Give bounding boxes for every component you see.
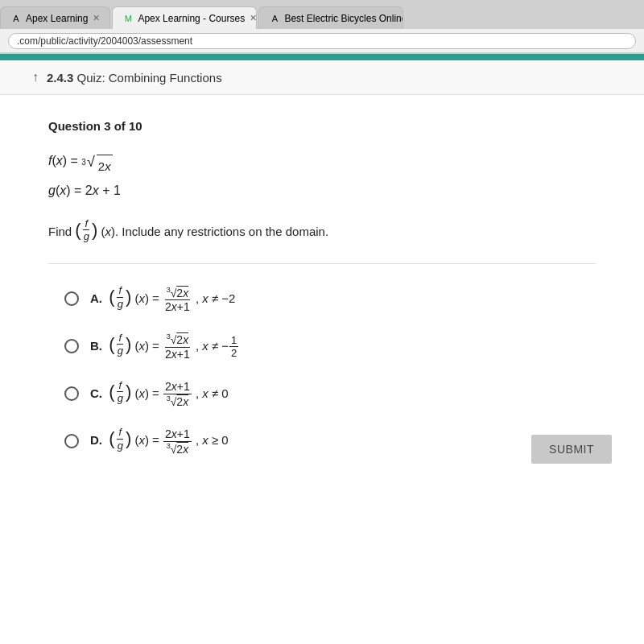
tab-favicon-2: M — [122, 13, 134, 24]
tab-close-2[interactable]: ✕ — [250, 13, 257, 23]
tab-bar: A Apex Learning ✕ M Apex Learning - Cour… — [0, 0, 644, 29]
choice-a-label: A. ( fg ) (x) = 3√2x 2x+1 , x ≠ −2 — [90, 284, 235, 314]
tab-label-3: Best Electric Bicycles Online - Sh... — [284, 13, 403, 24]
choice-d[interactable]: D. ( fg ) (x) = 2x+1 3√2x , x ≥ 0 — [64, 426, 596, 456]
radio-c[interactable] — [64, 386, 79, 401]
divider — [48, 263, 596, 264]
f-equation: f(x) = 3√2x — [48, 149, 596, 179]
tab-bicycles[interactable]: A Best Electric Bicycles Online - Sh... … — [258, 6, 403, 29]
f-over-g-d: ( fg ) — [109, 426, 131, 452]
f-over-g-a: ( fg ) — [109, 284, 131, 310]
question-number: Question 3 of 10 — [48, 119, 596, 133]
f-over-g-b: ( fg ) — [109, 332, 131, 357]
choice-c-label: C. ( fg ) (x) = 2x+1 3√2x , x ≠ 0 — [90, 379, 229, 409]
tab-close-1[interactable]: ✕ — [93, 13, 100, 23]
choice-c[interactable]: C. ( fg ) (x) = 2x+1 3√2x , x ≠ 0 — [64, 379, 596, 409]
choice-b-label: B. ( fg ) (x) = 3√2x 2x+1 , x ≠ −12 — [90, 332, 239, 361]
browser-chrome: A Apex Learning ✕ M Apex Learning - Cour… — [0, 0, 644, 54]
tab-favicon-1: A — [10, 13, 22, 24]
choice-b[interactable]: B. ( fg ) (x) = 3√2x 2x+1 , x ≠ −12 — [64, 332, 596, 361]
equations-block: f(x) = 3√2x g(x) = 2x + 1 — [48, 149, 596, 203]
choices-list: A. ( fg ) (x) = 3√2x 2x+1 , x ≠ −2 — [48, 284, 596, 456]
choice-a[interactable]: A. ( fg ) (x) = 3√2x 2x+1 , x ≠ −2 — [64, 284, 596, 314]
site-header-bar — [0, 54, 644, 60]
quiz-section: 2.4.3 — [47, 71, 73, 85]
find-prompt: Find ( f g ) (x). Include any restrictio… — [48, 217, 596, 243]
f-over-g-prompt: ( f g ) — [75, 217, 97, 243]
address-text[interactable]: .com/public/activity/2004003/assessment — [8, 33, 636, 49]
submit-container: SUBMIT — [531, 435, 612, 464]
content-wrapper: Question 3 of 10 f(x) = 3√2x g(x) = 2x +… — [0, 95, 644, 644]
quiz-title: Combining Functions — [109, 71, 222, 85]
quiz-header: ↑ 2.4.3 Quiz: Combining Functions — [0, 60, 644, 95]
main-content: Question 3 of 10 f(x) = 3√2x g(x) = 2x +… — [0, 95, 644, 480]
tab-favicon-3: A — [269, 13, 280, 24]
cbrt-f: 3√2x — [81, 155, 112, 179]
quiz-type: Quiz: — [77, 71, 105, 85]
tab-label-2: Apex Learning - Courses — [138, 13, 245, 24]
radio-a[interactable] — [64, 291, 79, 306]
tab-apex-courses[interactable]: M Apex Learning - Courses ✕ — [112, 6, 257, 29]
quiz-header-text: 2.4.3 Quiz: Combining Functions — [47, 71, 222, 85]
f-over-g-c: ( fg ) — [109, 379, 131, 405]
radio-b[interactable] — [64, 339, 79, 353]
tab-apex-learning[interactable]: A Apex Learning ✕ — [0, 6, 110, 29]
g-equation: g(x) = 2x + 1 — [48, 179, 596, 203]
choice-d-label: D. ( fg ) (x) = 2x+1 3√2x , x ≥ 0 — [90, 426, 229, 456]
quiz-icon: ↑ — [32, 70, 39, 85]
address-bar: .com/public/activity/2004003/assessment — [0, 29, 644, 53]
tab-label-1: Apex Learning — [26, 13, 88, 24]
submit-button[interactable]: SUBMIT — [531, 435, 612, 464]
radio-d[interactable] — [64, 434, 79, 448]
